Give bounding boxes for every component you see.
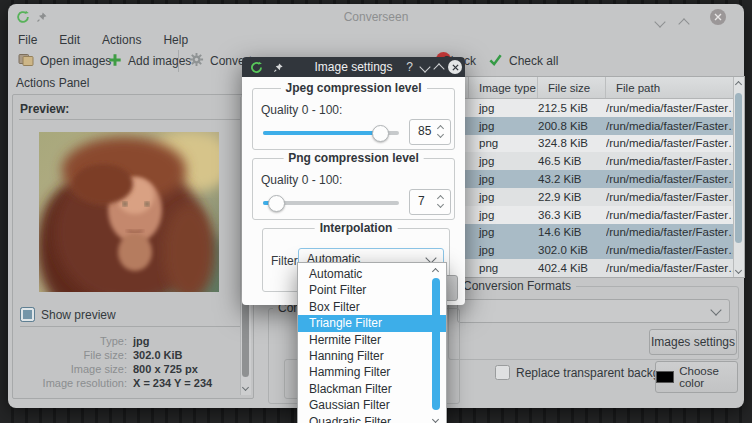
table-row[interactable]: ..png402.4 KiB/run/media/faster/Faster… xyxy=(456,259,744,277)
jpeg-slider-handle[interactable] xyxy=(372,125,389,142)
filter-dropdown: Automatic Point Filter Box Filter Triang… xyxy=(297,262,447,423)
png-spinbox-value[interactable]: 7 xyxy=(418,194,425,208)
dropdown-item[interactable]: Gaussian Filter xyxy=(298,397,446,413)
conversion-formats-group: Conversion Formats Images settings xyxy=(448,286,739,360)
column-file-path[interactable]: File path xyxy=(606,77,744,98)
jpeg-spinbox-value[interactable]: 85 xyxy=(418,124,431,138)
spin-down-icon[interactable] xyxy=(437,201,444,208)
png-slider-handle[interactable] xyxy=(268,195,285,212)
maximize-button[interactable] xyxy=(680,17,688,31)
replace-background-checkbox[interactable] xyxy=(495,365,510,380)
column-file-size[interactable]: File size xyxy=(538,77,606,98)
info-filesize-value: 302.0 KiB xyxy=(133,349,183,361)
table-body: ..jpg212.5 KiB/run/media/faster/Faster… … xyxy=(456,99,744,277)
preview-label: Preview: xyxy=(20,102,69,116)
info-imagesize-label: Image size: xyxy=(19,363,127,375)
table-row[interactable]: ..jpg200.8 KiB/run/media/faster/Faster… xyxy=(456,117,744,135)
scroll-up-icon[interactable] xyxy=(735,81,742,88)
dropdown-item[interactable]: Hanning Filter xyxy=(298,348,446,364)
dropdown-item[interactable]: Point Filter xyxy=(298,282,446,298)
gear-icon xyxy=(189,52,204,70)
choose-color-button[interactable]: Choose color xyxy=(655,361,738,393)
info-type-value: jpg xyxy=(133,335,150,347)
dropdown-item[interactable]: Blackman Filter xyxy=(298,381,446,397)
table-row[interactable]: ..jpg302.0 KiB/run/media/faster/Faster… xyxy=(456,241,744,259)
preview-image xyxy=(39,132,219,292)
jpeg-group: Jpeg compression level Quality 0 - 100: … xyxy=(252,88,455,150)
dropdown-item[interactable]: Quadratic Filter xyxy=(298,414,446,423)
close-button[interactable] xyxy=(710,9,726,25)
info-imagesize-value: 800 x 725 px xyxy=(133,363,198,375)
dropdown-item[interactable]: Hermite Filter xyxy=(298,332,446,348)
scroll-up-icon[interactable] xyxy=(432,268,439,275)
info-resolution-label: Image resolution: xyxy=(19,377,127,389)
open-images-button[interactable]: Open images xyxy=(18,51,111,71)
jpeg-group-title: Jpeg compression level xyxy=(280,81,426,95)
scroll-down-icon[interactable] xyxy=(735,267,742,274)
table-row[interactable]: ..jpg46.5 KiB/run/media/faster/Faster… xyxy=(456,152,744,170)
dropdown-item[interactable]: Box Filter xyxy=(298,299,446,315)
dialog-titlebar: Image settings ? xyxy=(242,57,465,77)
info-type-label: Type: xyxy=(19,335,127,347)
minimize-button[interactable] xyxy=(656,15,664,29)
open-images-icon xyxy=(18,52,34,71)
divider xyxy=(20,326,246,327)
interpolation-group-title: Interpolation xyxy=(315,221,398,235)
menu-actions[interactable]: Actions xyxy=(96,31,147,49)
scroll-down-icon[interactable] xyxy=(242,384,249,391)
dropdown-item[interactable]: Automatic xyxy=(298,266,446,282)
dialog-title: Image settings xyxy=(242,60,465,74)
menu-file[interactable]: File xyxy=(12,31,43,49)
png-group-title: Png compression level xyxy=(283,151,424,165)
table-row[interactable]: ..jpg212.5 KiB/run/media/faster/Faster… xyxy=(456,99,744,117)
info-resolution-value: X = 234 Y = 234 xyxy=(133,377,212,389)
table-header: Image type File size File path xyxy=(456,77,744,99)
check-all-button[interactable]: Check all xyxy=(488,51,558,71)
main-window: Converseen File Edit Actions Help Open i… xyxy=(8,4,744,408)
toolbar-separator xyxy=(178,50,179,72)
images-settings-button[interactable]: Images settings xyxy=(649,329,737,355)
menu-help[interactable]: Help xyxy=(157,31,194,49)
image-info: Type:jpg File size:302.0 KiB Image size:… xyxy=(19,334,241,390)
table-row[interactable]: ..png324.8 KiB/run/media/faster/Faster… xyxy=(456,135,744,153)
show-preview-row: Show preview xyxy=(20,307,116,322)
table-row[interactable]: ..jpg36.3 KiB/run/media/faster/Faster… xyxy=(456,206,744,224)
scroll-down-icon[interactable] xyxy=(432,416,439,423)
dropdown-scrollbar-thumb[interactable] xyxy=(432,278,440,410)
menubar: File Edit Actions Help xyxy=(12,31,194,49)
plus-icon xyxy=(108,53,122,70)
table-row[interactable]: ..jpg43.2 KiB/run/media/faster/Faster… xyxy=(456,170,744,188)
table-row[interactable]: ..jpg22.9 KiB/run/media/faster/Faster… xyxy=(456,188,744,206)
dropdown-item[interactable]: Hamming Filter xyxy=(298,364,446,380)
show-preview-checkbox[interactable] xyxy=(20,307,35,322)
conversion-formats-title: Conversion Formats xyxy=(458,279,576,293)
dropdown-item-selected[interactable]: Triangle Filter xyxy=(298,315,446,331)
check-all-icon xyxy=(488,52,503,70)
spin-down-icon[interactable] xyxy=(437,131,444,138)
table-scrollbar-thumb[interactable] xyxy=(735,93,742,243)
divider xyxy=(19,119,243,120)
check-all-label: Check all xyxy=(509,54,558,68)
choose-color-label: Choose color xyxy=(679,365,737,389)
table-scrollbar[interactable] xyxy=(733,77,744,277)
images-settings-label: Images settings xyxy=(651,335,735,349)
jpeg-spinbox[interactable]: 85 xyxy=(409,119,451,145)
file-table: Image type File size File path ..jpg212.… xyxy=(455,76,745,278)
open-images-label: Open images xyxy=(40,54,111,68)
filter-dropdown-list: Automatic Point Filter Box Filter Triang… xyxy=(298,263,446,423)
dropdown-scrollbar[interactable] xyxy=(431,265,441,423)
column-image-type[interactable]: Image type xyxy=(469,77,538,98)
png-spinbox[interactable]: 7 xyxy=(409,189,451,215)
add-images-label: Add images xyxy=(128,54,191,68)
actions-panel-title: Actions Panel xyxy=(16,76,89,90)
format-combobox[interactable] xyxy=(457,299,730,323)
color-swatch xyxy=(656,371,674,383)
table-row[interactable]: ..jpg14.6 KiB/run/media/faster/Faster… xyxy=(456,224,744,242)
actions-panel: Preview: xyxy=(12,94,254,399)
dialog-help-button[interactable]: ? xyxy=(406,60,413,74)
window-title: Converseen xyxy=(8,10,744,24)
jpeg-slider-fill xyxy=(263,131,380,135)
dialog-close-button[interactable] xyxy=(448,60,462,74)
jpeg-quality-label: Quality 0 - 100: xyxy=(261,103,342,117)
menu-edit[interactable]: Edit xyxy=(53,31,86,49)
